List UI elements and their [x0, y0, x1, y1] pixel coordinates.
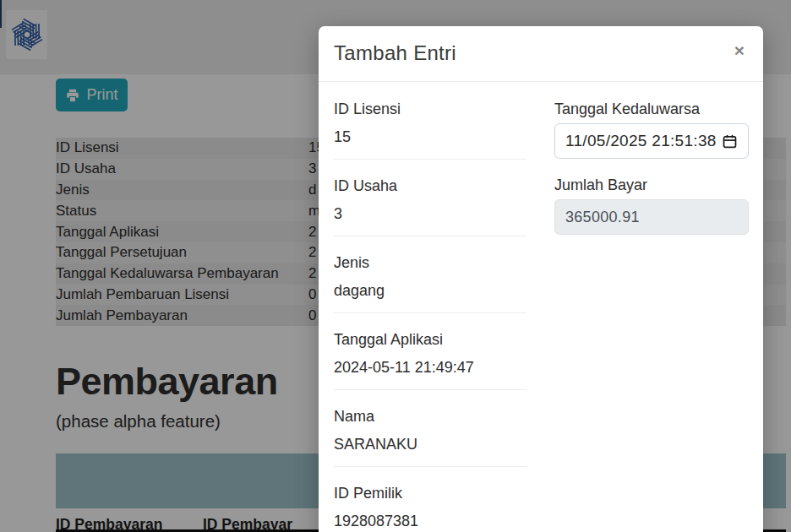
field-value: 3	[334, 204, 526, 225]
field-label: ID Usaha	[334, 176, 526, 197]
divider	[334, 389, 526, 390]
field-tanggal-kedaluwarsa: Tanggal Kedaluwarsa 11/05/2025 21:51:38	[554, 99, 749, 159]
field-jumlah-bayar: Jumlah Bayar 365000.91	[554, 175, 749, 235]
field-value: 2024-05-11 21:49:47	[334, 357, 526, 378]
divider	[334, 159, 526, 160]
field-label: Jumlah Bayar	[554, 175, 749, 196]
jumlah-bayar-value: 365000.91	[565, 209, 640, 226]
field-label: Tanggal Aplikasi	[334, 329, 526, 350]
modal-title: Tambah Entri	[334, 41, 746, 65]
field-label: ID Lisensi	[334, 99, 526, 120]
field-value: dagang	[334, 280, 526, 301]
field-id-pemilik: ID Pemilik 1928087381	[334, 483, 526, 532]
field-label: Nama	[334, 406, 526, 427]
field-value: 15	[334, 127, 526, 148]
field-tanggal-aplikasi: Tanggal Aplikasi 2024-05-11 21:49:47	[334, 329, 526, 390]
modal-header: Tambah Entri ×	[319, 26, 763, 82]
field-label: Jenis	[334, 252, 526, 274]
field-nama: Nama SARANAKU	[334, 406, 526, 467]
field-id-lisensi: ID Lisensi 15	[334, 99, 526, 160]
divider	[334, 312, 526, 313]
jumlah-bayar-input: 365000.91	[554, 199, 749, 235]
divider	[334, 466, 526, 467]
datetime-value: 11/05/2025 21:51:38	[565, 132, 717, 150]
modal-body: ID Lisensi 15 ID Usaha 3 Jenis dagang Ta…	[319, 82, 763, 532]
field-value: SARANAKU	[334, 434, 526, 455]
field-label: Tanggal Kedaluwarsa	[554, 99, 749, 120]
tambah-entri-modal: Tambah Entri × ID Lisensi 15 ID Usaha 3 …	[319, 26, 763, 532]
calendar-icon[interactable]	[722, 133, 738, 149]
field-label: ID Pemilik	[334, 483, 526, 504]
field-value: 1928087381	[334, 511, 526, 532]
modal-left-column: ID Lisensi 15 ID Usaha 3 Jenis dagang Ta…	[334, 99, 526, 532]
field-jenis: Jenis dagang	[334, 252, 526, 313]
field-id-usaha: ID Usaha 3	[334, 176, 526, 236]
tanggal-kedaluwarsa-input[interactable]: 11/05/2025 21:51:38	[554, 123, 749, 159]
divider	[334, 236, 526, 236]
modal-right-column: Tanggal Kedaluwarsa 11/05/2025 21:51:38 …	[554, 99, 749, 532]
close-icon[interactable]: ×	[731, 38, 748, 62]
